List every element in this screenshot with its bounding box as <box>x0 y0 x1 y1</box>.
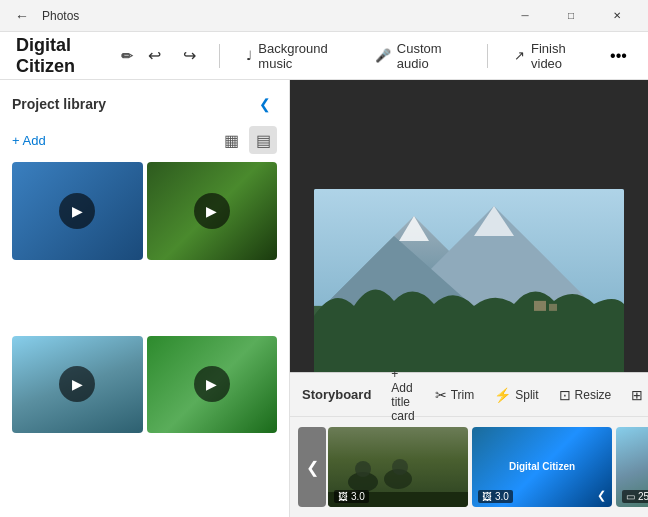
clip-1-duration: 🖼 3.0 <box>334 490 369 503</box>
play-button-3[interactable]: ▶ <box>59 366 95 402</box>
more-icon: ••• <box>610 47 627 65</box>
titlebar: ← Photos ─ □ ✕ <box>0 0 648 32</box>
view-toggles: ▦ ▤ <box>217 126 277 154</box>
maximize-icon: □ <box>568 10 574 21</box>
main-area: Project library ❮ + Add ▦ ▤ ▶ <box>0 80 648 517</box>
clip-1-icon: 🖼 <box>338 491 348 502</box>
list-icon: ▤ <box>256 131 271 150</box>
close-icon: ✕ <box>613 10 621 21</box>
resize-button[interactable]: ⊡ Resize <box>551 383 620 407</box>
back-icon: ← <box>15 8 29 24</box>
filmstrip-clip-3[interactable]: ▭ 25.77 🔊 <box>616 427 648 507</box>
audio-icon: 🎤 <box>375 48 391 63</box>
clip-2-icon: 🖼 <box>482 491 492 502</box>
custom-audio-label: Custom audio <box>397 41 461 71</box>
resize-label: Resize <box>575 388 612 402</box>
project-title-text: Digital Citizen <box>16 35 113 77</box>
add-media-button[interactable]: + Add <box>12 133 46 148</box>
finish-video-label: Finish video <box>531 41 587 71</box>
finish-video-button[interactable]: ↗ Finish video <box>504 37 597 75</box>
filmstrip-clip-2[interactable]: Digital Citizen 🖼 3.0 ❮ <box>472 427 612 507</box>
panel-collapse-button[interactable]: ❮ <box>253 92 277 116</box>
svg-text:Digital Citizen: Digital Citizen <box>509 461 575 472</box>
play-button-4[interactable]: ▶ <box>194 366 230 402</box>
filmstrip-left-arrow[interactable]: ❮ <box>298 427 326 507</box>
collapse-icon: ❮ <box>259 96 271 112</box>
filters-button[interactable]: ⊞ Filters <box>623 383 648 407</box>
undo-icon: ↩ <box>148 46 161 65</box>
close-button[interactable]: ✕ <box>594 0 640 32</box>
filmstrip-clip-1[interactable]: 🖼 3.0 <box>328 427 468 507</box>
toolbar-separator-2 <box>487 44 488 68</box>
clip-3-icon: ▭ <box>626 491 635 502</box>
filters-icon: ⊞ <box>631 387 643 403</box>
media-thumb-1[interactable]: ▶ <box>12 162 143 260</box>
app-name: Photos <box>42 9 502 23</box>
redo-button[interactable]: ↪ <box>176 40 203 72</box>
svg-point-12 <box>392 459 408 475</box>
window-controls: ─ □ ✕ <box>502 0 640 32</box>
trim-button[interactable]: ✂ Trim <box>427 383 483 407</box>
add-title-card-label: + Add title card <box>391 367 414 423</box>
toolbar-separator <box>219 44 220 68</box>
trim-icon: ✂ <box>435 387 447 403</box>
minimize-button[interactable]: ─ <box>502 0 548 32</box>
media-thumb-3[interactable]: ▶ <box>12 336 143 434</box>
play-button-1[interactable]: ▶ <box>59 193 95 229</box>
main-toolbar: Digital Citizen ✏ ↩ ↪ ♩ Background music… <box>0 32 648 80</box>
redo-icon: ↪ <box>183 46 196 65</box>
resize-icon: ⊡ <box>559 387 571 403</box>
panel-title: Project library <box>12 96 106 112</box>
play-button-2[interactable]: ▶ <box>194 193 230 229</box>
maximize-button[interactable]: □ <box>548 0 594 32</box>
more-options-button[interactable]: ••• <box>605 40 632 72</box>
project-title-container: Digital Citizen ✏ <box>16 35 133 77</box>
clip-2-duration: 🖼 3.0 <box>478 490 513 503</box>
project-library-panel: Project library ❮ + Add ▦ ▤ ▶ <box>0 80 290 517</box>
media-thumb-2[interactable]: ▶ <box>147 162 278 260</box>
clip-3-duration: ▭ 25.77 <box>622 490 648 503</box>
background-music-label: Background music <box>258 41 346 71</box>
video-preview-panel: ▶ 0:31 1:18 ⛶ Storyboard + Add title car… <box>290 80 648 517</box>
svg-rect-8 <box>549 304 557 311</box>
storyboard-label: Storyboard <box>302 387 371 402</box>
minimize-icon: ─ <box>521 10 528 21</box>
edit-title-icon[interactable]: ✏ <box>121 48 133 64</box>
storyboard-area: Storyboard + Add title card ✂ Trim ⚡ Spl… <box>290 372 648 517</box>
add-row: + Add ▦ ▤ <box>12 126 277 154</box>
media-thumb-4[interactable]: ▶ <box>147 336 278 434</box>
media-grid: ▶ ▶ ▶ ▶ <box>12 162 277 505</box>
storyboard-toolbar: Storyboard + Add title card ✂ Trim ⚡ Spl… <box>290 373 648 417</box>
svg-point-10 <box>355 461 371 477</box>
grid-view-button[interactable]: ▦ <box>217 126 245 154</box>
finish-video-icon: ↗ <box>514 48 525 63</box>
grid-icon: ▦ <box>224 131 239 150</box>
panel-header: Project library ❮ <box>12 92 277 116</box>
split-button[interactable]: ⚡ Split <box>486 383 546 407</box>
list-view-button[interactable]: ▤ <box>249 126 277 154</box>
split-label: Split <box>515 388 538 402</box>
svg-rect-7 <box>534 301 546 311</box>
split-icon: ⚡ <box>494 387 511 403</box>
back-button[interactable]: ← <box>8 2 36 30</box>
undo-button[interactable]: ↩ <box>141 40 168 72</box>
filmstrip: ❮ 🖼 <box>290 417 648 517</box>
trim-label: Trim <box>451 388 475 402</box>
add-title-card-button[interactable]: + Add title card <box>383 363 422 427</box>
custom-audio-button[interactable]: 🎤 Custom audio <box>365 37 471 75</box>
music-icon: ♩ <box>246 48 252 63</box>
add-label: + Add <box>12 133 46 148</box>
background-music-button[interactable]: ♩ Background music <box>236 37 356 75</box>
video-preview <box>314 189 624 383</box>
